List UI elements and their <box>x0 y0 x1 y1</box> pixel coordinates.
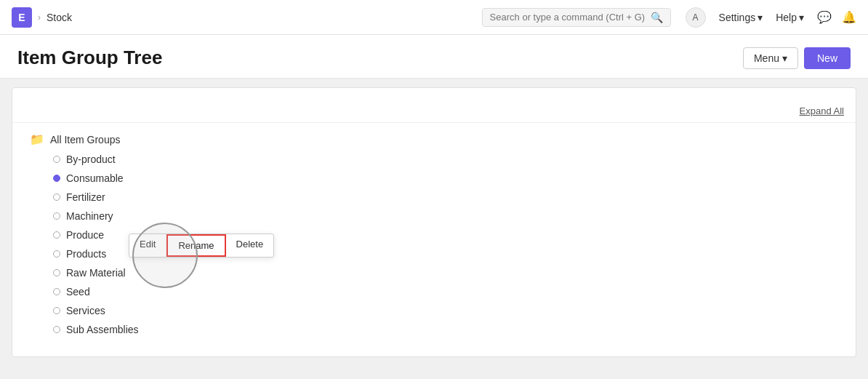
folder-icon: 📁 <box>30 132 44 146</box>
app-logo[interactable]: E <box>12 7 32 28</box>
menu-chevron-icon: ▾ <box>782 52 787 64</box>
context-menu-delete[interactable]: Delete <box>226 234 274 257</box>
tree-item-label: Raw Material <box>66 267 126 279</box>
tree-dot <box>53 269 60 276</box>
tree-item[interactable]: Machinery <box>12 207 856 226</box>
expand-all-button[interactable]: Expand All <box>800 105 844 116</box>
settings-chevron-icon: ▾ <box>758 12 763 23</box>
tree-item-label: Services <box>66 305 105 316</box>
tree-item-label: Machinery <box>66 210 113 222</box>
tree-dot <box>53 175 60 182</box>
breadcrumb-stock: Stock <box>47 12 72 23</box>
tree-item-label: Products <box>66 248 106 260</box>
tree-dot <box>53 307 60 314</box>
context-menu-rename[interactable]: Rename <box>166 234 225 257</box>
tree-item[interactable]: Seed <box>12 282 856 301</box>
new-button[interactable]: New <box>804 47 851 69</box>
page-actions: Menu ▾ New <box>743 47 851 69</box>
page-title: Item Group Tree <box>17 47 162 69</box>
tree-item[interactable]: Consumable <box>12 169 856 188</box>
tree-container: Expand All 📁 All Item Groups By-productC… <box>12 87 856 357</box>
settings-menu[interactable]: Settings ▾ <box>719 12 763 23</box>
tree-item-root[interactable]: 📁 All Item Groups <box>12 129 856 150</box>
tree-item[interactable]: Services <box>12 301 856 320</box>
breadcrumb-chevron: › <box>38 12 41 23</box>
global-search[interactable]: 🔍 <box>482 8 671 27</box>
navbar: E › Stock 🔍 A Settings ▾ Help ▾ 💬 🔔 <box>0 0 868 35</box>
bell-icon[interactable]: 🔔 <box>842 10 856 24</box>
context-menu: Edit Rename Delete <box>129 234 274 258</box>
tree-dot <box>53 194 60 201</box>
tree-item-label: All Item Groups <box>50 134 120 145</box>
menu-button[interactable]: Menu ▾ <box>743 47 798 69</box>
tree-item[interactable]: Fertilizer <box>12 188 856 207</box>
tree-item-label: Consumable <box>66 172 124 184</box>
tree-dot <box>53 231 60 239</box>
tree-dot <box>53 250 60 258</box>
search-icon: 🔍 <box>651 12 663 23</box>
help-chevron-icon: ▾ <box>799 12 804 23</box>
main-content: Expand All 📁 All Item Groups By-productC… <box>0 87 868 369</box>
context-menu-edit[interactable]: Edit <box>129 234 166 257</box>
help-menu[interactable]: Help ▾ <box>776 12 804 23</box>
navbar-icons: 💬 🔔 <box>817 10 856 24</box>
search-input[interactable] <box>490 12 646 23</box>
tree-dot <box>53 212 60 220</box>
tree-dot <box>53 288 60 295</box>
tree-item[interactable]: Sub Assemblies <box>12 320 856 339</box>
tree-toolbar: Expand All <box>12 100 856 123</box>
tree-item-label: Seed <box>66 286 90 298</box>
tree-item-label: By-product <box>66 153 116 165</box>
tree-dot <box>53 326 60 333</box>
chat-icon[interactable]: 💬 <box>817 10 832 24</box>
page-header: Item Group Tree Menu ▾ New <box>0 35 868 79</box>
tree-item-label: Sub Assemblies <box>66 324 139 335</box>
tree-item[interactable]: By-product <box>12 150 856 169</box>
tree-item-label: Produce <box>66 229 104 241</box>
tree-item[interactable]: Raw Material <box>12 263 856 282</box>
tree-item-label: Fertilizer <box>66 191 105 203</box>
user-badge[interactable]: A <box>686 7 706 28</box>
tree-dot <box>53 156 60 163</box>
